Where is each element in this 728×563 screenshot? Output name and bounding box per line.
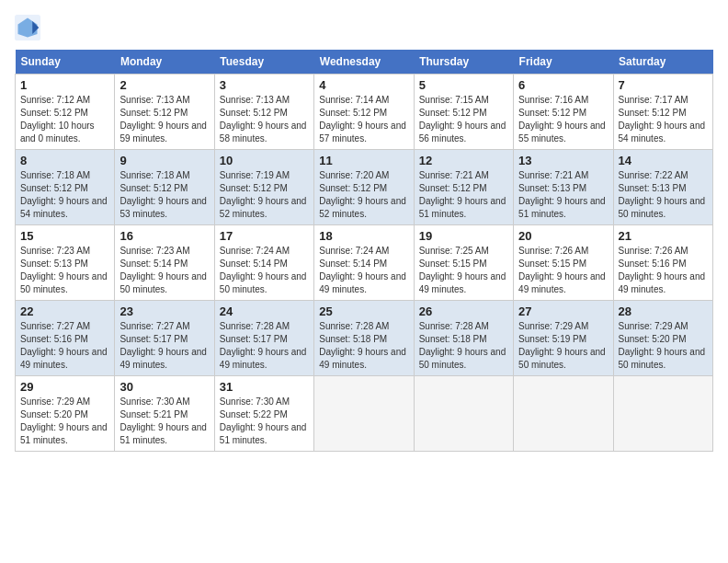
day-number: 23: [119, 304, 209, 318]
day-info: Sunrise: 7:29 AMSunset: 5:19 PMDaylight:…: [518, 320, 608, 372]
calendar-cell: 25Sunrise: 7:28 AMSunset: 5:18 PMDayligh…: [314, 301, 414, 376]
day-number: 20: [518, 229, 608, 243]
day-info: Sunrise: 7:27 AMSunset: 5:17 PMDaylight:…: [119, 320, 209, 372]
day-number: 5: [419, 78, 508, 92]
day-number: 17: [220, 229, 309, 243]
day-number: 31: [220, 380, 309, 394]
day-info: Sunrise: 7:13 AMSunset: 5:12 PMDaylight:…: [220, 94, 309, 145]
day-number: 6: [518, 78, 608, 92]
calendar-cell: 20Sunrise: 7:26 AMSunset: 5:15 PMDayligh…: [514, 225, 613, 301]
day-info: Sunrise: 7:21 AMSunset: 5:12 PMDaylight:…: [419, 169, 508, 221]
day-number: 1: [20, 78, 109, 92]
day-info: Sunrise: 7:16 AMSunset: 5:12 PMDaylight:…: [518, 94, 608, 145]
calendar-cell: 5Sunrise: 7:15 AMSunset: 5:12 PMDaylight…: [414, 75, 513, 150]
day-info: Sunrise: 7:23 AMSunset: 5:13 PMDaylight:…: [20, 245, 109, 296]
day-info: Sunrise: 7:21 AMSunset: 5:13 PMDaylight:…: [518, 169, 608, 221]
day-number: 3: [220, 78, 309, 92]
calendar-cell: 2Sunrise: 7:13 AMSunset: 5:12 PMDaylight…: [115, 75, 214, 150]
calendar-header-row: SundayMondayTuesdayWednesdayThursdayFrid…: [16, 50, 713, 75]
column-header-friday: Friday: [514, 50, 613, 75]
day-number: 11: [319, 154, 408, 167]
day-number: 15: [20, 229, 109, 243]
calendar-cell: 11Sunrise: 7:20 AMSunset: 5:12 PMDayligh…: [314, 150, 414, 225]
calendar-week-row: 1Sunrise: 7:12 AMSunset: 5:12 PMDaylight…: [16, 75, 713, 150]
day-number: 25: [319, 304, 408, 318]
calendar-cell: 30Sunrise: 7:30 AMSunset: 5:21 PMDayligh…: [115, 376, 214, 452]
day-number: 29: [20, 380, 109, 394]
day-info: Sunrise: 7:25 AMSunset: 5:15 PMDaylight:…: [419, 245, 508, 296]
calendar-cell: 26Sunrise: 7:28 AMSunset: 5:18 PMDayligh…: [414, 301, 513, 376]
day-number: 10: [220, 154, 309, 167]
calendar-cell: 3Sunrise: 7:13 AMSunset: 5:12 PMDaylight…: [214, 75, 313, 150]
day-number: 7: [619, 78, 708, 92]
day-info: Sunrise: 7:28 AMSunset: 5:18 PMDaylight:…: [419, 320, 508, 372]
day-number: 21: [619, 229, 708, 243]
calendar-cell: [514, 376, 613, 452]
calendar-cell: [613, 376, 712, 452]
day-info: Sunrise: 7:29 AMSunset: 5:20 PMDaylight:…: [20, 396, 109, 447]
calendar-cell: 16Sunrise: 7:23 AMSunset: 5:14 PMDayligh…: [115, 225, 214, 301]
calendar-cell: 12Sunrise: 7:21 AMSunset: 5:12 PMDayligh…: [414, 150, 513, 225]
calendar-cell: 8Sunrise: 7:18 AMSunset: 5:12 PMDaylight…: [16, 150, 115, 225]
calendar-cell: 17Sunrise: 7:24 AMSunset: 5:14 PMDayligh…: [214, 225, 313, 301]
day-info: Sunrise: 7:26 AMSunset: 5:15 PMDaylight:…: [518, 245, 608, 296]
calendar-cell: 22Sunrise: 7:27 AMSunset: 5:16 PMDayligh…: [16, 301, 115, 376]
day-number: 22: [20, 304, 109, 318]
calendar-cell: 31Sunrise: 7:30 AMSunset: 5:22 PMDayligh…: [214, 376, 313, 452]
calendar-table: SundayMondayTuesdayWednesdayThursdayFrid…: [15, 50, 713, 452]
day-info: Sunrise: 7:17 AMSunset: 5:12 PMDaylight:…: [619, 94, 708, 145]
day-number: 24: [220, 304, 309, 318]
calendar-cell: 27Sunrise: 7:29 AMSunset: 5:19 PMDayligh…: [514, 301, 613, 376]
day-info: Sunrise: 7:24 AMSunset: 5:14 PMDaylight:…: [319, 245, 408, 296]
day-number: 8: [20, 154, 109, 167]
calendar-cell: 19Sunrise: 7:25 AMSunset: 5:15 PMDayligh…: [414, 225, 513, 301]
calendar-cell: 18Sunrise: 7:24 AMSunset: 5:14 PMDayligh…: [314, 225, 414, 301]
day-number: 16: [119, 229, 209, 243]
logo: [15, 15, 44, 40]
day-info: Sunrise: 7:14 AMSunset: 5:12 PMDaylight:…: [319, 94, 408, 145]
day-info: Sunrise: 7:29 AMSunset: 5:20 PMDaylight:…: [619, 320, 708, 372]
calendar-cell: 9Sunrise: 7:18 AMSunset: 5:12 PMDaylight…: [115, 150, 214, 225]
calendar-cell: 1Sunrise: 7:12 AMSunset: 5:12 PMDaylight…: [16, 75, 115, 150]
calendar-cell: 24Sunrise: 7:28 AMSunset: 5:17 PMDayligh…: [214, 301, 313, 376]
day-info: Sunrise: 7:15 AMSunset: 5:12 PMDaylight:…: [419, 94, 508, 145]
page-header: [15, 15, 713, 40]
calendar-cell: [314, 376, 414, 452]
calendar-cell: 14Sunrise: 7:22 AMSunset: 5:13 PMDayligh…: [613, 150, 712, 225]
day-info: Sunrise: 7:22 AMSunset: 5:13 PMDaylight:…: [619, 169, 708, 221]
day-info: Sunrise: 7:28 AMSunset: 5:18 PMDaylight:…: [319, 320, 408, 372]
calendar-week-row: 22Sunrise: 7:27 AMSunset: 5:16 PMDayligh…: [16, 301, 713, 376]
calendar-cell: 4Sunrise: 7:14 AMSunset: 5:12 PMDaylight…: [314, 75, 414, 150]
logo-icon: [15, 15, 40, 40]
column-header-thursday: Thursday: [414, 50, 513, 75]
calendar-week-row: 29Sunrise: 7:29 AMSunset: 5:20 PMDayligh…: [16, 376, 713, 452]
day-info: Sunrise: 7:12 AMSunset: 5:12 PMDaylight:…: [20, 94, 109, 145]
day-info: Sunrise: 7:30 AMSunset: 5:22 PMDaylight:…: [220, 396, 309, 447]
day-number: 27: [518, 304, 608, 318]
calendar-cell: 29Sunrise: 7:29 AMSunset: 5:20 PMDayligh…: [16, 376, 115, 452]
day-info: Sunrise: 7:26 AMSunset: 5:16 PMDaylight:…: [619, 245, 708, 296]
day-info: Sunrise: 7:18 AMSunset: 5:12 PMDaylight:…: [20, 169, 109, 221]
day-number: 12: [419, 154, 508, 167]
day-number: 14: [619, 154, 708, 167]
calendar-week-row: 8Sunrise: 7:18 AMSunset: 5:12 PMDaylight…: [16, 150, 713, 225]
day-info: Sunrise: 7:18 AMSunset: 5:12 PMDaylight:…: [119, 169, 209, 221]
calendar-cell: 23Sunrise: 7:27 AMSunset: 5:17 PMDayligh…: [115, 301, 214, 376]
day-number: 2: [119, 78, 209, 92]
day-info: Sunrise: 7:27 AMSunset: 5:16 PMDaylight:…: [20, 320, 109, 372]
day-info: Sunrise: 7:19 AMSunset: 5:12 PMDaylight:…: [220, 169, 309, 221]
day-number: 18: [319, 229, 408, 243]
calendar-cell: 7Sunrise: 7:17 AMSunset: 5:12 PMDaylight…: [613, 75, 712, 150]
day-info: Sunrise: 7:23 AMSunset: 5:14 PMDaylight:…: [119, 245, 209, 296]
calendar-week-row: 15Sunrise: 7:23 AMSunset: 5:13 PMDayligh…: [16, 225, 713, 301]
day-number: 9: [119, 154, 209, 167]
day-info: Sunrise: 7:24 AMSunset: 5:14 PMDaylight:…: [220, 245, 309, 296]
calendar-cell: [414, 376, 513, 452]
day-number: 19: [419, 229, 508, 243]
calendar-cell: 13Sunrise: 7:21 AMSunset: 5:13 PMDayligh…: [514, 150, 613, 225]
calendar-cell: 28Sunrise: 7:29 AMSunset: 5:20 PMDayligh…: [613, 301, 712, 376]
day-number: 13: [518, 154, 608, 167]
column-header-sunday: Sunday: [16, 50, 115, 75]
calendar-cell: 6Sunrise: 7:16 AMSunset: 5:12 PMDaylight…: [514, 75, 613, 150]
day-info: Sunrise: 7:20 AMSunset: 5:12 PMDaylight:…: [319, 169, 408, 221]
